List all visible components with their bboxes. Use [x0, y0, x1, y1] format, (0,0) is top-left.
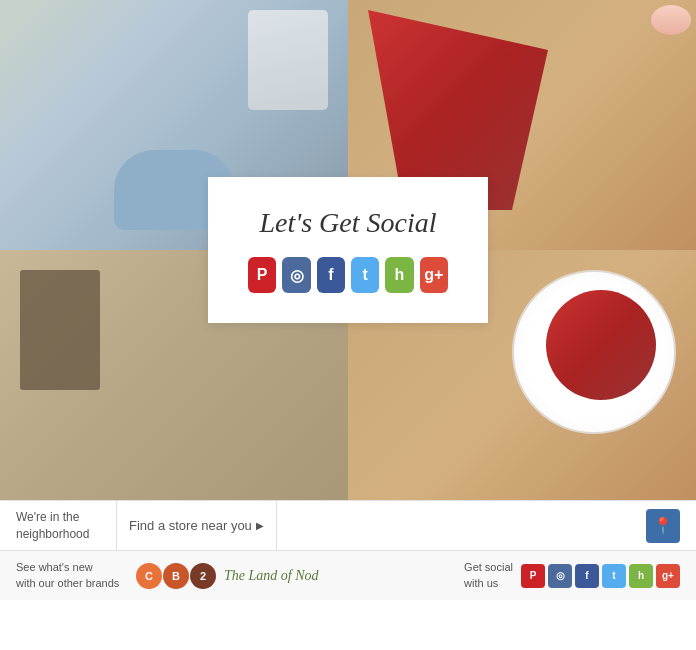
cb2-logo[interactable]: C B 2: [136, 563, 216, 589]
social-mosaic: Let's Get Social P ◎ f t h g+: [0, 0, 696, 500]
nod-logo[interactable]: The Land of Nod: [224, 568, 319, 584]
neighborhood-text: We're in the neighborhood: [16, 509, 116, 543]
footer-houzz-button[interactable]: h: [629, 564, 653, 588]
footer-social-icons: P ◎ f t h g+: [521, 564, 680, 588]
get-social-text: Get social with us: [464, 560, 513, 591]
social-icons-row: P ◎ f t h g+: [248, 257, 448, 293]
cb2-c: C: [136, 563, 162, 589]
footer-pinterest-button[interactable]: P: [521, 564, 545, 588]
get-social-line1: Get social: [464, 561, 513, 573]
brand-logos: C B 2 The Land of Nod: [136, 563, 319, 589]
cb2-2: 2: [190, 563, 216, 589]
get-social-section: Get social with us P ◎ f t h g+: [464, 560, 680, 591]
bottom-bar: We're in the neighborhood Find a store n…: [0, 500, 696, 550]
footer-facebook-button[interactable]: f: [575, 564, 599, 588]
social-overlay-title: Let's Get Social: [248, 207, 448, 239]
see-whats-new-line2: with our other brands: [16, 577, 119, 589]
location-icon: 📍: [653, 516, 673, 535]
twitter-button[interactable]: t: [351, 257, 379, 293]
houzz-button[interactable]: h: [385, 257, 413, 293]
instagram-button[interactable]: ◎: [282, 257, 310, 293]
footer-gplus-button[interactable]: g+: [656, 564, 680, 588]
see-whats-new-line1: See what's new: [16, 561, 93, 573]
neighborhood-line1: We're in the: [16, 510, 79, 524]
brands-footer: See what's new with our other brands C B…: [0, 550, 696, 600]
find-store-button[interactable]: Find a store near you ▶: [116, 501, 277, 550]
get-social-line2: with us: [464, 577, 498, 589]
facebook-button[interactable]: f: [317, 257, 345, 293]
pinterest-button[interactable]: P: [248, 257, 276, 293]
main-container: Let's Get Social P ◎ f t h g+ We're in t…: [0, 0, 696, 650]
cb2-b: B: [163, 563, 189, 589]
footer-twitter-button[interactable]: t: [602, 564, 626, 588]
find-store-label: Find a store near you: [129, 518, 252, 533]
gplus-button[interactable]: g+: [420, 257, 448, 293]
nod-label: The Land of Nod: [224, 568, 319, 583]
find-store-arrow: ▶: [256, 520, 264, 531]
see-whats-new: See what's new with our other brands: [16, 560, 136, 591]
social-overlay-card: Let's Get Social P ◎ f t h g+: [208, 177, 488, 323]
footer-instagram-button[interactable]: ◎: [548, 564, 572, 588]
neighborhood-line2: neighborhood: [16, 527, 89, 541]
location-button[interactable]: 📍: [646, 509, 680, 543]
